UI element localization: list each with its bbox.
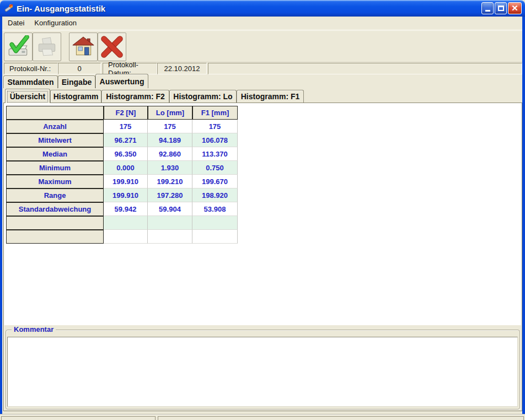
home-button[interactable] [69,33,98,61]
table-value-cell: 197.280 [148,189,192,202]
table-value-cell [148,216,192,230]
table-row-label: Anzahl [6,120,104,133]
print-button[interactable] [33,33,61,61]
table-value-cell: 199.910 [104,189,148,202]
uebersicht-page: F2 [N]Lo [mm]F1 [mm]Anzahl175175175Mitte… [3,103,522,411]
table-row-label: Mittelwert [6,133,104,147]
subtab-histogramm-lo[interactable]: Histogramm: Lo [169,90,237,103]
table-row-label [6,230,104,244]
table-row-label [6,216,104,230]
minimize-button[interactable] [481,2,494,14]
table-value-cell: 175 [104,120,148,133]
table-value-cell: 199.670 [192,175,238,189]
toolbar [2,30,522,62]
table-row-label: Median [6,147,104,161]
table-value-cell: 106.078 [192,133,238,147]
table-value-cell: 92.860 [148,147,192,161]
kommentar-textarea[interactable] [7,337,518,407]
table-value-cell: 96.350 [104,147,148,161]
table-value-cell: 94.189 [148,133,192,147]
printer-icon [35,35,58,58]
menu-item-datei[interactable]: Datei [3,17,29,29]
status-bar [0,414,525,420]
table-column-header: F2 [N] [104,106,148,120]
house-icon [72,35,95,58]
table-row-label: Maximum [6,175,104,189]
menu-item-konfiguration[interactable]: Konfiguration [30,17,81,29]
red-x-icon [100,35,124,58]
menubar: Datei Konfiguration [2,17,522,30]
table-value-cell [104,216,148,230]
table-value-cell: 0.000 [104,161,148,175]
subtab-histogramm[interactable]: Histogramm [50,90,101,103]
subtab-uebersicht[interactable]: Übersicht [5,89,50,103]
protocol-spacer-panel [208,63,522,74]
app-brush-icon [4,3,14,13]
save-button[interactable] [4,33,33,61]
table-value-cell [192,216,238,230]
table-value-cell [192,230,238,244]
table-value-cell: 175 [148,120,192,133]
table-column-header: F1 [mm] [192,106,238,120]
window-title: Ein- Ausgangsstatistik [17,4,105,13]
status-panel-left [1,416,156,420]
table-value-cell: 59.904 [148,202,192,216]
table-value-cell [104,230,148,244]
tab-eingabe[interactable]: Eingabe [58,76,95,88]
table-value-cell: 175 [192,120,238,133]
maximize-button[interactable] [495,2,507,14]
minimize-icon [485,10,490,12]
tab-auswertung[interactable]: Auswertung [95,74,148,88]
protokoll-datum-label: Protokoll-Datum: [103,63,157,74]
window-border-left [0,15,2,420]
titlebar[interactable]: Ein- Ausgangsstatistik ✕ [0,0,525,17]
table-value-cell: 96.271 [104,133,148,147]
table-value-cell: 198.920 [192,189,238,202]
table-value-cell: 53.908 [192,202,238,216]
table-row-label: Minimum [6,161,104,175]
protokoll-nr-label: Protokoll-Nr.: [4,63,58,74]
kommentar-groupbox: Kommentar [4,325,521,411]
table-value-cell: 199.910 [104,175,148,189]
tab-stammdaten[interactable]: Stammdaten [3,76,58,88]
table-value-cell: 1.930 [148,161,192,175]
table-row-label: Range [6,189,104,202]
disk-check-icon [7,35,30,58]
table-value-cell [148,230,192,244]
protokoll-nr-value: 0 [58,63,101,74]
stats-table: F2 [N]Lo [mm]F1 [mm]Anzahl175175175Mitte… [6,106,238,244]
table-value-cell: 113.370 [192,147,238,161]
cancel-button[interactable] [98,33,126,61]
window-border-right [522,15,525,420]
table-value-cell: 0.750 [192,161,238,175]
kommentar-label: Kommentar [12,325,56,333]
table-row-label: Standardabweichung [6,202,104,216]
maximize-icon [498,6,504,11]
subtab-histogramm-f2[interactable]: Histogramm: F2 [101,90,169,103]
close-icon: ✕ [511,4,518,12]
status-panel-right [158,416,524,420]
table-corner-cell [6,106,104,120]
close-button[interactable]: ✕ [508,2,522,14]
subtab-histogramm-f1[interactable]: Histogramm: F1 [237,90,304,103]
protocol-row: Protokoll-Nr.: 0 Protokoll-Datum: 22.10.… [2,63,522,75]
app-window: Ein- Ausgangsstatistik ✕ Datei Konfigura… [0,0,525,420]
protokoll-datum-value: 22.10.2012 [157,63,207,74]
table-value-cell: 199.210 [148,175,192,189]
table-value-cell: 59.942 [104,202,148,216]
table-column-header: Lo [mm] [148,106,192,120]
